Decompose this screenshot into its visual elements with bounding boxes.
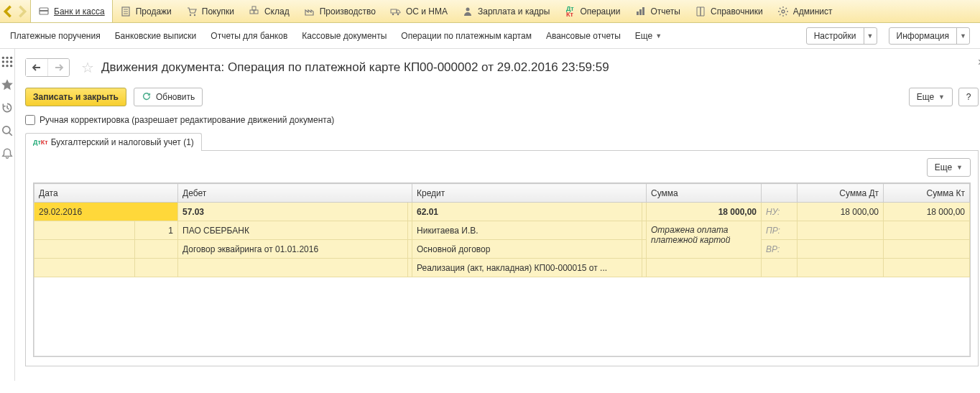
subnav-more[interactable]: Еще ▼	[635, 31, 662, 41]
nav-sales[interactable]: Продажи	[113, 0, 179, 23]
main-content: × ☆ Движения документа: Операция по плат…	[15, 49, 980, 381]
dtkt-icon: ДтКт	[33, 139, 48, 145]
svg-rect-7	[252, 6, 256, 10]
svg-rect-5	[250, 10, 254, 14]
nav-label: Админист	[793, 6, 833, 17]
bank-icon	[38, 6, 50, 17]
manual-edit-checkbox[interactable]	[25, 115, 35, 125]
apps-icon[interactable]	[0, 55, 14, 69]
cell-credit-acc: 62.01	[412, 203, 642, 221]
table-row[interactable]: Реализация (акт, накладная) КП00-000015 …	[34, 259, 970, 277]
svg-point-23	[6, 65, 8, 67]
table-row[interactable]: 1 ПАО СБЕРБАНК Никитаева И.В. Отражена о…	[34, 221, 970, 240]
cell-credit-sub3: Реализация (акт, накладная) КП00-000015 …	[412, 259, 642, 277]
subnav-item[interactable]: Кассовые документы	[302, 31, 387, 41]
favorite-star-icon[interactable]: ☆	[81, 59, 94, 76]
svg-rect-14	[642, 7, 644, 15]
nav-assets[interactable]: ОС и НМА	[383, 0, 455, 23]
svg-rect-13	[639, 9, 642, 15]
info-button[interactable]: Информация▼	[889, 27, 970, 45]
left-rail	[0, 49, 15, 381]
chevron-down-icon: ▼	[956, 28, 969, 44]
svg-point-25	[3, 126, 10, 134]
chevron-down-icon: ▼	[864, 28, 877, 44]
cell-pr-label: ПР:	[762, 221, 798, 240]
person-icon	[462, 6, 473, 17]
svg-point-15	[782, 10, 785, 13]
col-sum-dt[interactable]: Сумма Дт	[798, 184, 884, 203]
operations-icon: ДтКт	[564, 6, 575, 17]
subnav-item[interactable]: Отчеты для банков	[211, 31, 287, 41]
sales-icon	[120, 6, 131, 17]
svg-point-24	[10, 65, 12, 67]
nav-admin[interactable]: Админист	[770, 0, 840, 23]
col-credit[interactable]: Кредит	[412, 184, 647, 203]
bell-icon[interactable]	[0, 147, 14, 161]
nav-reports[interactable]: Отчеты	[628, 0, 688, 23]
svg-point-10	[397, 13, 399, 15]
tabs: ДтКт Бухгалтерский и налоговый учет (1)	[25, 132, 979, 151]
svg-point-11	[466, 7, 469, 11]
col-sum[interactable]: Сумма	[647, 184, 762, 203]
nav-production[interactable]: Производство	[297, 0, 383, 23]
nav-label: Отчеты	[651, 6, 680, 17]
subnav-item[interactable]: Банковские выписки	[115, 31, 197, 41]
chevron-down-icon: ▼	[938, 93, 945, 101]
svg-point-9	[392, 13, 394, 15]
refresh-button[interactable]: Обновить	[134, 88, 203, 106]
settings-button[interactable]: Настройки▼	[806, 27, 877, 45]
history-icon[interactable]	[0, 101, 14, 115]
cell-nu-label: НУ:	[762, 203, 798, 221]
forward-button[interactable]	[47, 59, 69, 76]
cell-debit-sub1: ПАО СБЕРБАНК	[178, 221, 408, 240]
subnav-item[interactable]: Операции по платежным картам	[401, 31, 532, 41]
svg-point-22	[2, 65, 4, 67]
star-icon[interactable]	[0, 78, 14, 92]
svg-point-20	[6, 60, 8, 63]
table-header-row: Дата Дебет Кредит Сумма Сумма Дт Сумма К…	[34, 184, 970, 203]
svg-point-16	[2, 57, 4, 59]
svg-point-3	[190, 14, 191, 15]
svg-point-4	[194, 14, 195, 15]
nav-warehouse[interactable]: Склад	[241, 0, 297, 23]
chevron-down-icon: ▼	[655, 32, 662, 40]
truck-icon	[390, 6, 402, 17]
empty-grid-area	[34, 277, 970, 356]
nav-scroll-right-icon[interactable]	[16, 5, 29, 18]
chevron-down-icon: ▼	[956, 164, 963, 171]
chart-icon	[635, 6, 647, 17]
svg-rect-12	[637, 11, 639, 15]
more-button[interactable]: Еще ▼	[909, 88, 953, 106]
subnav-item[interactable]: Авансовые отчеты	[546, 31, 621, 41]
manual-edit-label: Ручная корректировка (разрешает редактир…	[40, 115, 334, 125]
col-debit[interactable]: Дебет	[178, 184, 412, 203]
nav-scroll-left-icon[interactable]	[1, 5, 14, 18]
col-date[interactable]: Дата	[34, 184, 178, 203]
cell-vr-label: ВР:	[762, 240, 798, 259]
nav-catalogs[interactable]: Справочники	[688, 0, 770, 23]
cart-icon	[186, 6, 198, 17]
col-blank[interactable]	[762, 184, 798, 203]
nav-label: Операции	[580, 6, 620, 17]
table-more-button[interactable]: Еще ▼	[927, 158, 971, 177]
production-icon	[304, 6, 315, 17]
nav-purchases[interactable]: Покупки	[179, 0, 241, 23]
table-row[interactable]: 29.02.2016 57.03 62.01 18 000,00 НУ: 18 …	[34, 203, 970, 221]
nav-payroll[interactable]: Зарплата и кадры	[455, 0, 557, 23]
table-row[interactable]: Договор эквайринга от 01.01.2016 Основно…	[34, 240, 970, 259]
save-close-button[interactable]: Записать и закрыть	[25, 88, 126, 106]
nav-label: Справочники	[711, 6, 763, 17]
cell-date: 29.02.2016	[34, 203, 178, 221]
tab-accounting[interactable]: ДтКт Бухгалтерский и налоговый учет (1)	[25, 133, 202, 151]
back-button[interactable]	[26, 59, 47, 76]
nav-label: Зарплата и кадры	[478, 6, 550, 17]
subnav-item[interactable]: Платежные поручения	[10, 31, 101, 41]
book-icon	[695, 6, 706, 17]
nav-bank-cash[interactable]: Банк и касса	[30, 0, 113, 23]
sub-navigation: Платежные поручения Банковские выписки О…	[0, 23, 980, 49]
col-sum-kt[interactable]: Сумма Кт	[884, 184, 970, 203]
search-icon[interactable]	[0, 124, 14, 138]
nav-operations[interactable]: ДтКт Операции	[557, 0, 627, 23]
manual-edit-row: Ручная корректировка (разрешает редактир…	[25, 115, 979, 125]
help-button[interactable]: ?	[958, 88, 979, 106]
